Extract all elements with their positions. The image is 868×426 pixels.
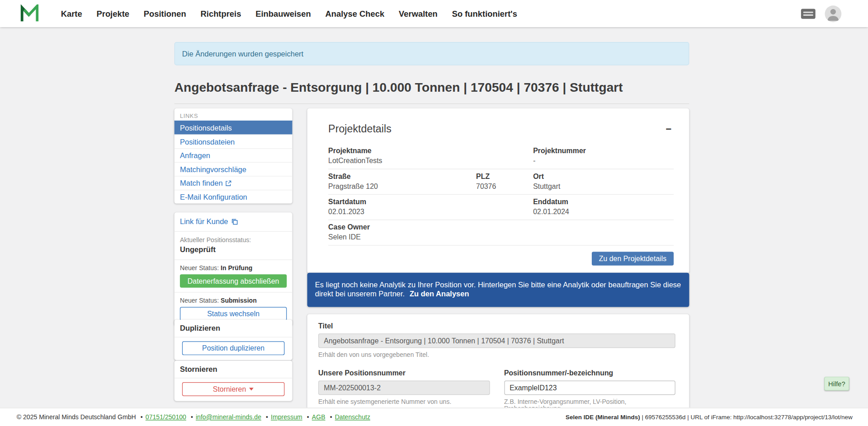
duplicate-panel-title: Duplizieren bbox=[175, 320, 292, 337]
nav-item-verwalten[interactable]: Verwalten bbox=[399, 9, 438, 19]
project-row-dates: Startdatum 02.01.2023 Enddatum 02.01.202… bbox=[328, 195, 674, 220]
help-button[interactable]: Hilfe? bbox=[824, 377, 849, 391]
titel-label: Titel bbox=[318, 322, 675, 330]
field-startdatum: Startdatum 02.01.2023 bbox=[328, 197, 533, 215]
cancel-dropdown-button[interactable]: Stornieren bbox=[182, 382, 285, 396]
analytics-banner: Es liegt noch keine Analytik zu Ihrer Po… bbox=[307, 273, 689, 307]
separator-dot: • bbox=[141, 414, 143, 421]
field-value: - bbox=[533, 157, 674, 165]
banner-message: Es liegt noch keine Analytik zu Ihrer Po… bbox=[315, 281, 681, 298]
field-value: Stuttgart bbox=[533, 182, 674, 190]
next-status-value: In Prüfung bbox=[221, 264, 252, 271]
main-nav: Karte Projekte Positionen Richtpreis Ein… bbox=[61, 0, 517, 27]
custom-number-help: Z.B. Interne-Vorgangsnummer, LV-Position… bbox=[504, 398, 675, 408]
copy-icon bbox=[231, 218, 238, 225]
field-strasse: Straße Pragstraße 120 bbox=[328, 172, 476, 190]
duplicate-panel: Duplizieren Position duplizieren bbox=[175, 320, 292, 360]
duplicate-panel-body: Position duplizieren bbox=[175, 337, 292, 360]
duplicate-position-button[interactable]: Position duplizieren bbox=[182, 342, 285, 356]
our-number-input[interactable] bbox=[318, 380, 490, 395]
sidebar-item-label: Positionsdateien bbox=[180, 137, 235, 145]
cancel-button-label: Stornieren bbox=[213, 385, 246, 393]
sidebar-item-match-finden[interactable]: Match finden bbox=[175, 176, 292, 190]
footer-user: Selen IDE (Mineral Minds) bbox=[566, 414, 640, 421]
field-enddatum: Enddatum 02.01.2024 bbox=[533, 197, 674, 215]
field-value: 02.01.2023 bbox=[328, 207, 533, 215]
field-label: Case Owner bbox=[328, 223, 674, 231]
custom-number-label: Positionsnummer/-bezeichnung bbox=[504, 369, 675, 377]
position-form-card: Titel Erhält den von uns vorgegebenen Ti… bbox=[307, 314, 689, 408]
footer-link-phone[interactable]: 07151/250100 bbox=[146, 414, 186, 421]
field-label: PLZ bbox=[476, 172, 533, 180]
caret-down-icon bbox=[250, 388, 254, 390]
customer-link-label: Link für Kunde bbox=[180, 217, 228, 225]
separator-dot: • bbox=[266, 414, 268, 421]
separator-dot: • bbox=[330, 414, 332, 421]
analytics-link[interactable]: Zu den Analysen bbox=[410, 290, 469, 298]
separator-dot: • bbox=[307, 414, 309, 421]
footer-link-agb[interactable]: AGB bbox=[312, 414, 326, 421]
navbar-right bbox=[801, 0, 842, 27]
mineral-minds-logo[interactable] bbox=[20, 5, 39, 24]
person-icon bbox=[825, 5, 841, 22]
titel-input[interactable] bbox=[318, 333, 675, 348]
custom-number-input[interactable] bbox=[504, 380, 675, 395]
sidebar-item-positionsdetails[interactable]: Positionsdetails bbox=[175, 121, 292, 135]
project-row-address: Straße Pragstraße 120 PLZ 70376 Ort Stut… bbox=[328, 169, 674, 195]
our-number-label: Unsere Positionsnummer bbox=[318, 369, 490, 377]
titel-help: Erhält den von uns vorgegebenen Titel. bbox=[318, 351, 675, 358]
nav-item-projekte[interactable]: Projekte bbox=[97, 9, 129, 19]
nav-item-analyse-check[interactable]: Analyse Check bbox=[326, 9, 385, 19]
sidebar-item-matchingvorschlaege[interactable]: Matchingvorschläge bbox=[175, 162, 292, 176]
field-plz: PLZ 70376 bbox=[476, 172, 533, 190]
next-status-value: Submission bbox=[221, 297, 257, 304]
copyright-text: © 2025 Mineral Minds Deutschland GmbH bbox=[17, 414, 136, 421]
page-title: Angebotsanfrage - Entsorgung | 10.000 To… bbox=[175, 80, 689, 95]
title-divider bbox=[175, 103, 689, 104]
field-value: Pragstraße 120 bbox=[328, 182, 476, 190]
customer-link-section: Link für Kunde bbox=[175, 212, 292, 232]
user-avatar[interactable] bbox=[825, 5, 841, 22]
footer-link-datenschutz[interactable]: Datenschutz bbox=[335, 414, 370, 421]
footer: © 2025 Mineral Minds Deutschland GmbH •0… bbox=[0, 407, 868, 426]
sidebar-item-anfragen[interactable]: Anfragen bbox=[175, 148, 292, 162]
app-root: Karte Projekte Positionen Richtpreis Ein… bbox=[0, 0, 868, 426]
sidebar-item-label: E-Mail Konfiguration bbox=[180, 193, 247, 201]
custom-number-group: Positionsnummer/-bezeichnung Z.B. Intern… bbox=[504, 369, 675, 408]
change-status-button[interactable]: Status wechseln bbox=[180, 307, 287, 321]
sidebar-item-email-konfiguration[interactable]: E-Mail Konfiguration bbox=[175, 190, 292, 204]
next-status-section-1: Neuer Status: In Prüfung Datenerfassung … bbox=[175, 260, 292, 293]
server-icon[interactable] bbox=[801, 8, 816, 19]
cancel-panel-title: Stornieren bbox=[175, 360, 292, 378]
project-details-actions: Zu den Projektdetails bbox=[328, 246, 674, 266]
field-ort: Ort Stuttgart bbox=[533, 172, 674, 190]
sidebar-item-positionsdateien[interactable]: Positionsdateien bbox=[175, 135, 292, 149]
alert-message: Die Änderungen wurden gespeichert bbox=[182, 50, 303, 58]
project-details-title: Projektdetails bbox=[328, 123, 392, 135]
next-status-label: Neuer Status: bbox=[180, 297, 219, 304]
field-value: LotCreationTests bbox=[328, 157, 533, 165]
complete-data-entry-button[interactable]: Datenerfassung abschließen bbox=[180, 274, 287, 287]
success-alert: Die Änderungen wurden gespeichert bbox=[175, 42, 689, 65]
customer-link[interactable]: Link für Kunde bbox=[180, 216, 287, 227]
footer-link-impressum[interactable]: Impressum bbox=[271, 414, 302, 421]
collapse-icon[interactable]: − bbox=[664, 124, 674, 134]
sidebar-item-label: Positionsdetails bbox=[180, 124, 232, 132]
nav-item-einbauweisen[interactable]: Einbauweisen bbox=[255, 9, 311, 19]
position-number-row: Unsere Positionsnummer Erhält eine syste… bbox=[318, 369, 675, 408]
nav-item-positionen[interactable]: Positionen bbox=[144, 9, 186, 19]
field-value: 70376 bbox=[476, 182, 533, 190]
field-label: Projektnummer bbox=[533, 146, 674, 154]
nav-item-richtpreis[interactable]: Richtpreis bbox=[201, 9, 241, 19]
nav-item-so-funktionierts[interactable]: So funktioniert's bbox=[452, 9, 517, 19]
footer-link-email[interactable]: info@mineral-minds.de bbox=[196, 414, 261, 421]
field-label: Straße bbox=[328, 172, 476, 180]
footer-left: © 2025 Mineral Minds Deutschland GmbH •0… bbox=[17, 414, 370, 421]
next-status-line: Neuer Status: Submission bbox=[180, 297, 287, 304]
go-to-project-details-button[interactable]: Zu den Projektdetails bbox=[592, 252, 674, 266]
sidebar-item-label: Matchingvorschläge bbox=[180, 165, 246, 173]
footer-session-info: Selen IDE (Mineral Minds) | 69576255536d… bbox=[566, 414, 853, 421]
logo-icon bbox=[20, 5, 39, 22]
sidebar-item-label: Anfragen bbox=[180, 151, 210, 159]
nav-item-karte[interactable]: Karte bbox=[61, 9, 82, 19]
